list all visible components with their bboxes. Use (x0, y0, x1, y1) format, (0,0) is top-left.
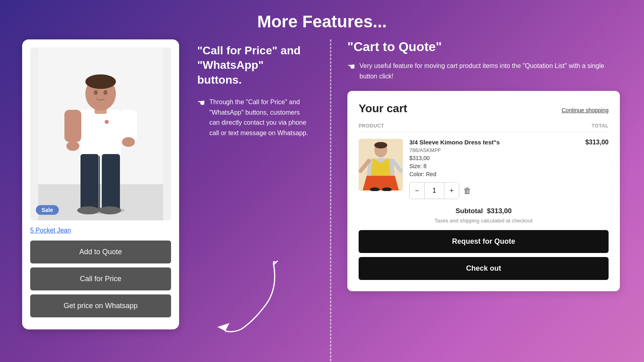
callforprice-description: Through the "Call for Price" and "WhatsA… (209, 97, 310, 138)
cart-item-total: $313,00 (585, 139, 609, 199)
svg-rect-14 (80, 154, 99, 210)
delete-item-button[interactable]: 🗑 (463, 186, 471, 195)
cart-item-image (359, 139, 403, 191)
middle-panel: "Call for Price" and "WhatsApp" buttons.… (185, 39, 322, 361)
svg-point-18 (99, 206, 121, 214)
subtotal-value: $313,00 (487, 207, 512, 215)
svg-point-12 (66, 141, 79, 151)
cart-title: Your cart (359, 102, 407, 115)
quantity-input[interactable] (424, 183, 444, 199)
whatsapp-button[interactable]: Get price on Whatsapp (30, 294, 171, 317)
svg-point-13 (122, 137, 135, 147)
right-panel: "Cart to Quote" ☚ Very useful feature fo… (339, 39, 628, 361)
checkout-button[interactable]: Check out (359, 257, 609, 280)
quantity-decrease-button[interactable]: − (410, 183, 424, 199)
svg-point-7 (85, 74, 116, 89)
cart-item-sku: 786/ASKMPF (409, 147, 579, 153)
subtotal-row: Subtotal $313,00 (359, 207, 609, 215)
sale-badge: Sale (36, 205, 59, 215)
subtotal-label: Subtotal (456, 207, 483, 215)
cart-item-size: Size: 8 (409, 163, 579, 169)
svg-rect-10 (64, 110, 81, 142)
svg-rect-2 (38, 184, 163, 220)
cart-item-name: 3/4 Sleeve Kimono Dress test"s (409, 139, 579, 146)
product-card: Sale 5 Pocket Jean Add to Quote Call for… (22, 39, 179, 329)
cart-to-quote-heading: "Cart to Quote" (347, 39, 620, 54)
cart-header: Your cart Continue shopping (359, 102, 609, 115)
product-column-header: PRODUCT (359, 123, 384, 129)
continue-shopping-link[interactable]: Continue shopping (561, 107, 609, 113)
total-column-header: TOTAL (592, 123, 609, 129)
cart-item-price: $313,00 (409, 155, 579, 161)
product-name[interactable]: 5 Pocket Jean (30, 227, 171, 234)
svg-point-19 (105, 120, 109, 124)
quantity-increase-button[interactable]: + (444, 183, 459, 199)
pointing-hand-icon: ☚ (197, 98, 205, 138)
add-to-quote-button[interactable]: Add to Quote (30, 241, 171, 263)
curly-arrow-icon (209, 257, 282, 337)
cart-to-quote-description: Very useful feature for moving cart prod… (359, 61, 620, 81)
cart-column-headers: PRODUCT TOTAL (359, 123, 609, 132)
quantity-control[interactable]: − + (409, 182, 459, 199)
callforprice-feature-heading: "Call for Price" and "WhatsApp" buttons. (197, 43, 310, 87)
cart-item-color: Color: Red (409, 171, 579, 177)
cart-box: Your cart Continue shopping PRODUCT TOTA… (347, 91, 620, 291)
taxes-note: Taxes and shipping calculated at checkou… (359, 218, 609, 224)
pointing-hand-icon-2: ☚ (347, 62, 355, 81)
cart-item-details: 3/4 Sleeve Kimono Dress test"s 786/ASKMP… (409, 139, 579, 199)
product-image: Sale (30, 47, 171, 220)
left-panel: Sale 5 Pocket Jean Add to Quote Call for… (16, 39, 185, 361)
svg-rect-15 (102, 154, 120, 210)
request-for-quote-button[interactable]: Request for Quote (359, 230, 609, 253)
callforprice-feature-desc: ☚ Through the "Call for Price" and "What… (197, 97, 310, 138)
quantity-row: − + 🗑 (409, 182, 579, 199)
svg-rect-4 (80, 110, 121, 158)
page-title: More Features... (0, 0, 644, 39)
svg-point-17 (77, 206, 100, 214)
cart-item: 3/4 Sleeve Kimono Dress test"s 786/ASKMP… (359, 139, 609, 199)
cart-to-quote-desc: ☚ Very useful feature for moving cart pr… (347, 61, 620, 81)
svg-point-9 (103, 90, 107, 95)
svg-point-8 (94, 90, 98, 95)
section-divider (330, 39, 331, 361)
svg-point-22 (374, 142, 387, 148)
call-for-price-button[interactable]: Call for Price (30, 267, 171, 290)
